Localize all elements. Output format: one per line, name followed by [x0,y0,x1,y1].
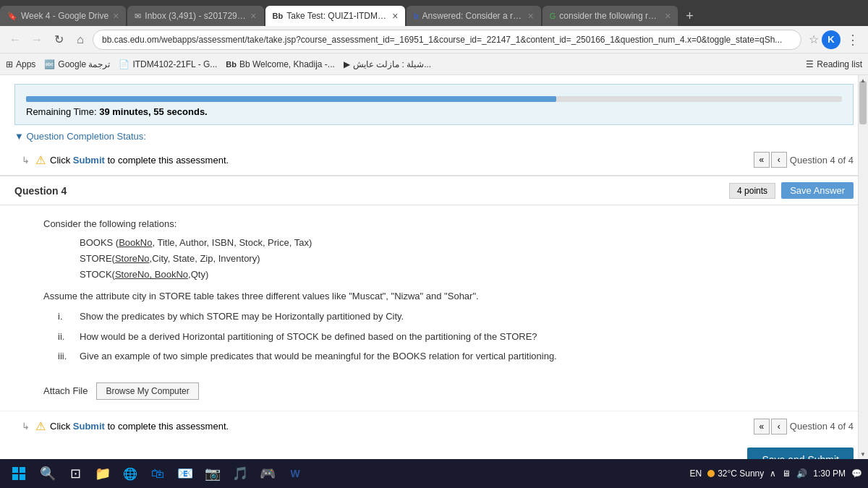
scrollbar-track[interactable]: ▲ ▼ [858,75,868,459]
word-button[interactable]: W [284,462,307,485]
taskview-button[interactable]: ⊡ [64,462,87,485]
top-nav-controls: « ‹ Question 4 of 4 [754,152,854,168]
bookmark-itdm-label: ITDM4102-21FL - G... [132,59,217,69]
question-body: Consider the following relations: BOOKS … [0,205,868,375]
alert-text-bottom: Click Submit to complete this assessment… [50,421,229,432]
address-bar[interactable]: bb.cas.edu.om/webapps/assessment/take/ta… [93,30,801,50]
completion-toggle[interactable]: ▼ Question Completion Status: [14,131,146,142]
bookmark-welcome[interactable]: Bb Bb Welcome, Khadija -... [226,59,335,69]
weather-icon [707,470,715,477]
tab-consider-label: consider the following relati... [559,11,660,21]
tab-inbox-label: Inbox (3,491) - s2017293042... [145,11,246,21]
page-content: Remaining Time: 39 minutes, 55 seconds. … [0,75,868,459]
scroll-up-button[interactable]: ▲ [858,75,868,85]
sub-num-3: iii. [58,348,72,364]
bookmark-apps[interactable]: ⊞ Apps [6,59,35,69]
prev-question-button-bottom[interactable]: ‹ [771,419,787,435]
welcome-icon: Bb [226,60,237,69]
home-button[interactable]: ⌂ [71,30,90,49]
tab-quiz[interactable]: Bb Take Test: QUIZ1-ITDM4102-... × [265,6,406,26]
tab-week4-close[interactable]: × [109,10,119,22]
alert-row-bottom: ↳ ⚠ Click Submit to complete this assess… [0,411,868,439]
relation-store: STORE(StoreNo,City, State, Zip, Inventor… [80,251,854,267]
search-taskbar-button[interactable]: 🔍 [36,462,59,485]
bookmark-welcome-label: Bb Welcome, Khadija -... [239,59,335,69]
tab-quiz-close[interactable]: × [388,10,398,22]
arrow-right-icon-2: ↳ [22,421,30,432]
tab-answered-close[interactable]: × [524,10,534,22]
tab-inbox-close[interactable]: × [246,10,256,22]
save-submit-section: Save and Submit [0,439,868,459]
assume-text: Assume the attribute city in STORE table… [43,288,854,304]
menu-button[interactable]: ⋮ [843,30,862,49]
points-badge: 4 points [729,183,775,199]
bookmark-star-button[interactable]: ☆ [809,33,819,46]
system-tray: ∧ [770,468,776,479]
scroll-down-button[interactable]: ▼ [858,449,868,459]
warning-icon-top: ⚠ [35,153,46,167]
bottom-nav-arrows: « ‹ [754,419,787,435]
language-indicator: EN [689,468,702,479]
reading-list-icon: ☰ [806,59,814,69]
question-completion-section[interactable]: ▼ Question Completion Status: [14,131,854,142]
back-button[interactable]: ← [6,30,25,49]
sheila-icon: ▶ [344,59,350,69]
game-button[interactable]: 🎮 [256,462,279,485]
notification-button[interactable]: 💬 [851,468,862,479]
submit-link-top[interactable]: Submit [73,155,105,166]
save-answer-button[interactable]: Save Answer [781,182,854,199]
submit-link-bottom[interactable]: Submit [73,421,105,432]
alert-row-top: ↳ ⚠ Click Submit to complete this assess… [0,147,868,175]
bookmark-translate-label: Google ترجمة [58,59,110,69]
remaining-label: Remaining Time: [26,106,97,117]
bookmark-sheila[interactable]: ▶ شيلة : مازلت عايش... [344,59,431,69]
sub-num-1: i. [58,309,72,325]
tab-inbox[interactable]: ✉ Inbox (3,491) - s2017293042... × [127,6,263,26]
save-submit-button[interactable]: Save and Submit [747,448,854,459]
question-controls: 4 points Save Answer [729,182,854,199]
chrome-taskbar-button[interactable]: 🌐 [119,462,142,485]
browse-button[interactable]: Browse My Computer [96,382,198,400]
first-question-button-bottom[interactable]: « [754,419,770,435]
prev-question-button[interactable]: ‹ [771,152,787,168]
start-button[interactable] [6,461,32,487]
mail-button[interactable]: 📧 [174,462,197,485]
tab-week4-drive[interactable]: 🔖 Week 4 - Google Drive × [0,6,126,26]
bookmark-itdm[interactable]: 📄 ITDM4102-21FL - G... [119,59,217,69]
storeno-underline: StoreNo [115,253,150,264]
file-explorer-button[interactable]: 📁 [91,462,114,485]
translate-icon: 🔤 [44,59,55,69]
clock: 1:30 PM [813,468,846,479]
sub-text-3: Give an example of two simple predicates… [80,348,557,364]
store-button[interactable]: 🛍 [146,462,169,485]
tab-consider-close[interactable]: × [660,10,671,22]
bottom-nav-controls: « ‹ Question 4 of 4 [754,419,854,435]
tab-answered-label: Answered: Consider a relatio... [422,11,524,21]
question-header: Question 4 4 points Save Answer [0,175,868,205]
question-intro: Consider the following relations: [43,216,854,232]
sub-text-1: Show the predicates by which STORE may b… [80,309,404,325]
inbox-tab-icon: ✉ [135,12,141,21]
first-question-button[interactable]: « [754,152,770,168]
camera-button[interactable]: 📷 [201,462,224,485]
music-button[interactable]: 🎵 [229,462,252,485]
svg-rect-3 [20,474,25,480]
reload-button[interactable]: ↻ [49,30,68,49]
weather-label: 32°C Sunny [718,468,764,479]
question-count-top: Question 4 of 4 [790,155,854,166]
tab-consider[interactable]: G consider the following relati... × [542,6,678,26]
sub-text-2: How would be a derived Horizontal partit… [80,329,537,345]
forward-button[interactable]: → [27,30,46,49]
reading-list-button[interactable]: ☰ Reading list [806,59,862,69]
stock-storeno-underline: StoreNo, BookNo [115,269,188,280]
alert-text-top: Click Submit to complete this assessment… [50,155,229,166]
bookmark-translate[interactable]: 🔤 Google ترجمة [44,59,110,69]
new-tab-button[interactable]: + [679,6,699,26]
progress-bar [26,96,842,102]
relation-stock: STOCK(StoreNo, BookNo,Qty) [80,267,854,283]
profile-button[interactable]: K [822,30,841,49]
taskbar-right: EN 32°C Sunny ∧ 🖥 🔊 1:30 PM 💬 [689,468,862,479]
tab-answered[interactable]: b Answered: Consider a relatio... × [407,6,540,26]
volume-icon: 🔊 [796,468,807,479]
scrollbar-thumb[interactable] [859,81,867,124]
